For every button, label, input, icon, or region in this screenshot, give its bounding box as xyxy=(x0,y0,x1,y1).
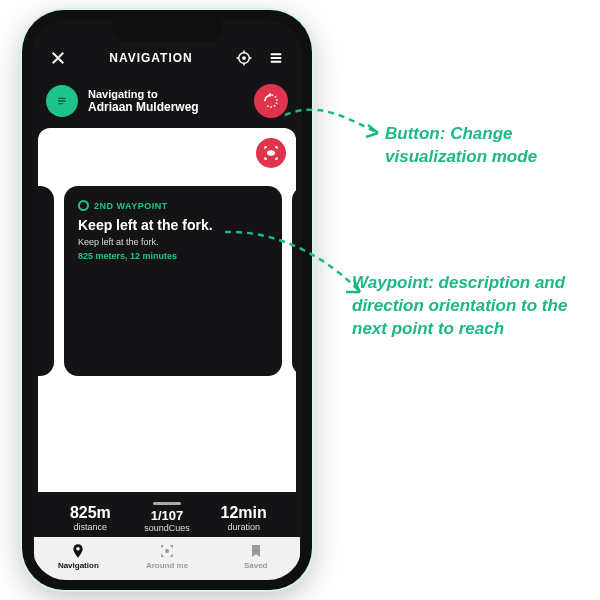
destination-name: Adriaan Mulderweg xyxy=(88,100,199,114)
tab-saved[interactable]: Saved xyxy=(211,543,300,570)
waypoint-header: 2ND WAYPOINT xyxy=(78,200,268,211)
recenter-icon[interactable] xyxy=(232,46,256,70)
annotation-waypoint: Waypoint: description and direction orie… xyxy=(352,272,582,341)
close-icon[interactable] xyxy=(46,46,70,70)
tab-navigation[interactable]: Navigation xyxy=(34,543,123,570)
menu-icon[interactable] xyxy=(264,46,288,70)
soundcues-stat[interactable]: 1/107 soundCues xyxy=(129,502,206,533)
page-title: NAVIGATION xyxy=(78,51,224,65)
svg-point-6 xyxy=(270,152,272,154)
soundcues-label: soundCues xyxy=(129,523,206,533)
svg-point-7 xyxy=(166,550,169,553)
destination-text: Navigating to Adriaan Mulderweg xyxy=(88,88,199,114)
duration-stat: 12min duration xyxy=(205,504,282,532)
content-area: 2ND WAYPOINT Keep left at the fork. Keep… xyxy=(38,128,296,492)
distance-label: distance xyxy=(52,522,129,532)
distance-value: 825m xyxy=(52,504,129,522)
duration-value: 12min xyxy=(205,504,282,522)
tab-label: Navigation xyxy=(58,561,99,570)
svg-rect-4 xyxy=(58,103,63,104)
tab-bar: Navigation Around me Saved xyxy=(34,537,300,580)
change-visualization-button[interactable] xyxy=(256,138,286,168)
prev-waypoint-card[interactable] xyxy=(38,186,54,376)
waypoint-label: 2ND WAYPOINT xyxy=(94,201,168,211)
annotation-arrow-icon xyxy=(280,95,390,155)
duration-label: duration xyxy=(205,522,282,532)
soundcues-value: 1/107 xyxy=(129,508,206,523)
waypoint-ring-icon xyxy=(78,200,89,211)
drag-handle-icon[interactable] xyxy=(153,502,181,505)
stats-bar: 825m distance 1/107 soundCues 12min dura… xyxy=(38,492,296,537)
notch xyxy=(112,20,222,42)
tab-around-me[interactable]: Around me xyxy=(123,543,212,570)
annotation-change-mode: Button: Change visualization mode xyxy=(385,123,585,169)
destination-icon xyxy=(46,85,78,117)
svg-rect-2 xyxy=(58,98,66,99)
distance-stat: 825m distance xyxy=(52,504,129,532)
tab-label: Saved xyxy=(244,561,268,570)
destination-row: Navigating to Adriaan Mulderweg xyxy=(32,78,302,128)
svg-point-1 xyxy=(243,57,245,59)
tab-label: Around me xyxy=(146,561,188,570)
svg-rect-3 xyxy=(58,100,66,101)
destination-label: Navigating to xyxy=(88,88,199,100)
